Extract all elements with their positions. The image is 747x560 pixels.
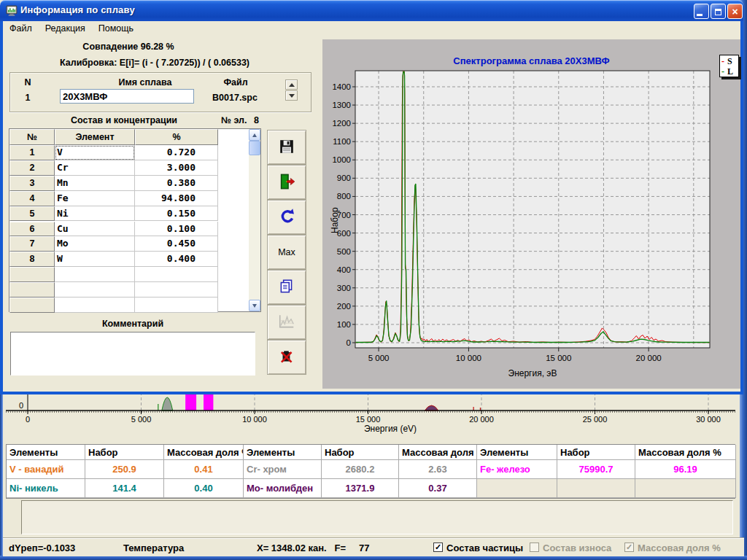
results-cell: Fe- железо (477, 460, 557, 479)
composition-percent-cell[interactable]: 3.000 (135, 160, 218, 176)
svg-text:20 000: 20 000 (636, 354, 662, 362)
composition-element-cell[interactable]: W (55, 252, 135, 267)
composition-row-header[interactable]: 8 (9, 252, 55, 267)
composition-element-cell[interactable]: Cr (55, 160, 135, 176)
up-arrow-icon (289, 83, 295, 87)
composition-row-header[interactable]: 5 (9, 206, 55, 222)
composition-element-cell[interactable] (55, 267, 135, 282)
calibration-formula: Калибровка: E[i]= (i - ( 7.20725)) / ( 0… (0, 58, 309, 68)
close-button[interactable]: × (727, 4, 743, 19)
alloy-info-dialog: Информация по сплаву × ФайлРедакцияПомощ… (0, 0, 743, 394)
copy-button[interactable] (267, 270, 306, 305)
svg-text:800: 800 (337, 192, 351, 201)
match-percentage: Совпадение 96.28 % (0, 42, 257, 52)
composition-percent-cell[interactable]: 0.720 (135, 145, 218, 160)
scroll-down-icon (252, 304, 257, 308)
menu-item-редакция[interactable]: Редакция (39, 21, 92, 34)
svg-text:0: 0 (347, 338, 351, 347)
composition-row-header[interactable]: 2 (9, 160, 55, 176)
composition-element-cell[interactable] (55, 298, 135, 313)
spectrogram-panel: Спектрограмма сплава 20Х3МВФ -S-L 010020… (322, 39, 740, 389)
legend-label: S (727, 56, 732, 66)
legend-item-s: -S (721, 56, 737, 66)
results-cell: V - ванадий (7, 460, 85, 479)
svg-text:300: 300 (337, 284, 351, 292)
checkbox-label-2: Состав износа (543, 542, 611, 553)
composition-percent-cell[interactable] (135, 267, 218, 282)
composition-row-header[interactable]: 1 (9, 145, 55, 160)
alloy-name-input[interactable] (60, 89, 194, 104)
scrollbar-thumb[interactable] (249, 141, 260, 155)
minimize-button[interactable] (694, 4, 709, 19)
svg-text:20 000: 20 000 (469, 415, 494, 424)
scroll-up-icon (252, 133, 257, 137)
composition-grid: №Элемент%1V0.7202Cr3.0003Mn0.3804Fe94.80… (9, 128, 261, 312)
results-cell: Mo- молибден (244, 479, 322, 498)
status-bar: dYреп=-0.1033 Температура X= 1348.02 кан… (3, 537, 744, 556)
alloy-spinner-down[interactable] (285, 90, 298, 101)
results-cell (477, 479, 557, 498)
composition-element-cell[interactable]: V (55, 145, 135, 160)
composition-percent-cell[interactable]: 94.800 (135, 191, 218, 206)
composition-element-cell[interactable] (55, 282, 135, 298)
svg-text:1200: 1200 (332, 119, 351, 128)
svg-text:500: 500 (337, 247, 351, 256)
app-icon (6, 4, 18, 17)
comment-input[interactable] (10, 332, 255, 376)
maximize-button[interactable] (711, 4, 726, 19)
composition-row-header[interactable]: 7 (9, 236, 55, 252)
screen: 05 00010 00015 00020 00025 00030 0000Эне… (0, 0, 747, 560)
status-cursor-position: X= 1348.02 кан. F= 77 (257, 542, 370, 553)
results-col-header: Элементы (244, 445, 322, 460)
svg-text:0: 0 (19, 401, 23, 410)
composition-percent-cell[interactable]: 0.400 (135, 252, 218, 267)
svg-text:5 000: 5 000 (131, 415, 152, 424)
alloy-spinner-up[interactable] (285, 79, 298, 90)
checkbox-1[interactable]: ✓ (433, 542, 443, 552)
svg-text:Набор: Набор (330, 207, 340, 233)
max-button[interactable]: Max (267, 235, 306, 270)
scrollbar-down-button[interactable] (249, 300, 260, 311)
composition-element-cell[interactable]: Fe (55, 191, 135, 206)
spectrogram-chart: 0100200300400500600700800900100011001200… (326, 67, 735, 385)
scrollbar-up-button[interactable] (249, 129, 260, 141)
svg-text:900: 900 (337, 174, 351, 182)
undo-button[interactable] (267, 200, 306, 235)
composition-section-title: Состав и концентрации (9, 115, 239, 125)
composition-row-header[interactable]: 3 (9, 176, 55, 191)
composition-percent-cell[interactable] (135, 298, 218, 313)
composition-element-cell[interactable]: Ni (55, 206, 135, 222)
composition-percent-cell[interactable]: 0.100 (135, 222, 218, 237)
results-col-header: Элементы (477, 445, 557, 460)
composition-row-header[interactable]: 6 (9, 222, 55, 237)
composition-row-header[interactable] (9, 267, 55, 282)
composition-percent-cell[interactable]: 0.150 (135, 206, 218, 222)
results-cell: Ni- никель (7, 479, 85, 498)
menu-item-помощь[interactable]: Помощь (92, 21, 140, 34)
save-button[interactable] (267, 130, 306, 165)
menu-item-файл[interactable]: Файл (3, 21, 39, 34)
composition-row-header[interactable] (9, 282, 55, 298)
dialog-left-border (0, 21, 3, 392)
legend-dash-icon: - (721, 56, 726, 66)
svg-text:Энергия (eV): Энергия (eV) (364, 424, 417, 434)
copy-icon (278, 278, 295, 298)
composition-element-cell[interactable]: Mo (55, 236, 135, 252)
exit-button[interactable] (267, 165, 306, 200)
composition-element-cell[interactable]: Mn (55, 176, 135, 191)
composition-scrollbar[interactable] (249, 129, 260, 311)
comment-label: Комментарий (10, 319, 255, 329)
alloy-row-number: 1 (19, 93, 36, 103)
spectrum-file-name: B0017.spc (198, 93, 271, 103)
spectrum-icon (278, 314, 295, 332)
composition-percent-cell[interactable]: 0.450 (135, 236, 218, 252)
composition-element-cell[interactable]: Cu (55, 222, 135, 237)
composition-percent-cell[interactable] (135, 282, 218, 298)
composition-row-header[interactable]: 4 (9, 191, 55, 206)
results-cell: 2680.2 (322, 460, 399, 479)
composition-row-header[interactable] (9, 298, 55, 313)
delete-button[interactable] (267, 340, 306, 375)
composition-percent-cell[interactable]: 0.380 (135, 176, 218, 191)
element-count-value: 8 (254, 115, 259, 125)
side-toolbar: Max (267, 130, 306, 375)
